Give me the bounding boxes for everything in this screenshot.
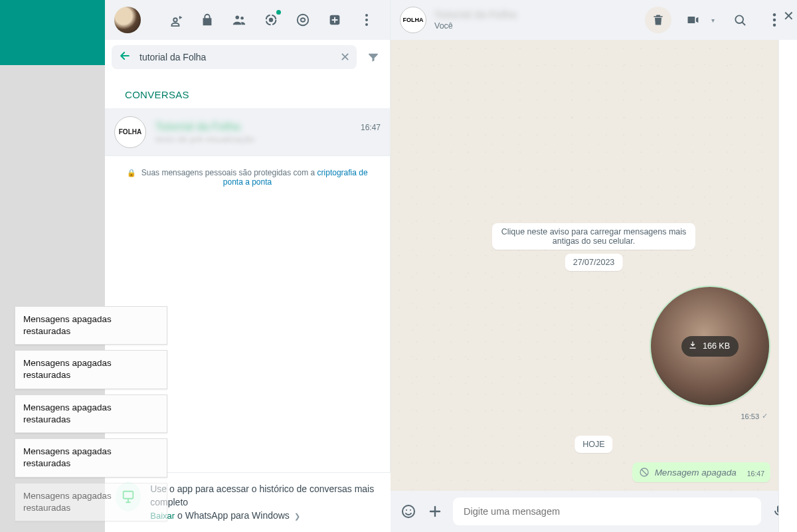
svg-point-13	[773, 24, 776, 27]
svg-point-7	[365, 19, 368, 21]
delete-icon[interactable]	[645, 7, 671, 33]
close-icon[interactable]: ✕	[783, 8, 794, 24]
toast-line1: Mensagens apagadas	[23, 358, 112, 368]
new-chat-icon[interactable]	[161, 6, 189, 34]
download-icon	[688, 341, 697, 352]
emoji-icon[interactable]	[400, 503, 417, 520]
filter-icon[interactable]	[363, 47, 383, 67]
back-arrow-icon[interactable]	[118, 49, 132, 65]
communities-icon[interactable]	[225, 6, 253, 34]
status-dot	[276, 10, 281, 15]
toast-deleted-restored[interactable]: Mensagens apagadas restauradas	[15, 438, 167, 477]
toast-line1: Mensagens apagadas	[23, 491, 112, 501]
toast-line2: restauradas	[23, 502, 159, 514]
chat-preview: texto de pré-visualização	[155, 134, 381, 144]
svg-point-12	[773, 19, 776, 21]
svg-point-1	[240, 17, 244, 20]
channels-icon[interactable]	[289, 6, 317, 34]
date-chip: 27/07/2023	[565, 254, 623, 271]
toast-line1: Mensagens apagadas	[23, 314, 112, 324]
toast-deleted-restored[interactable]: Mensagens apagadas restauradas	[15, 306, 167, 345]
single-check-icon: ✓	[762, 412, 768, 420]
message-composer	[391, 491, 797, 532]
media-download-bubble[interactable]: 166 KB	[650, 286, 770, 406]
toast-line1: Mensagens apagadas	[23, 402, 112, 412]
profile-avatar[interactable]	[114, 7, 141, 33]
date-chip-today: HOJE	[575, 436, 612, 453]
chat-list-item[interactable]: FOLHA Tutorial da Folha 16:47 texto de p…	[105, 108, 390, 156]
new-icon[interactable]	[321, 6, 349, 34]
svg-point-17	[410, 509, 411, 511]
chat-time: 16:47	[361, 123, 381, 132]
toast-line2: restauradas	[23, 369, 159, 381]
lock-icon[interactable]	[193, 6, 221, 34]
status-icon[interactable]	[257, 6, 285, 34]
chat-list-header	[105, 0, 390, 40]
conversation-header: FOLHA Tutorial da Folha Você ▾	[391, 0, 797, 40]
toast-line2: restauradas	[23, 325, 159, 337]
search-row: ✕	[105, 40, 390, 74]
chevron-down-icon[interactable]: ▾	[711, 17, 715, 24]
download-pill[interactable]: 166 KB	[681, 336, 739, 357]
toast-deleted-restored[interactable]: Mensagens apagadas restauradas	[15, 483, 167, 521]
encryption-text: Suas mensagens pessoais são protegidas c…	[141, 168, 317, 177]
svg-point-11	[773, 13, 776, 16]
load-older-notice[interactable]: Clique neste aviso para carregar mensage…	[492, 223, 695, 250]
svg-point-6	[365, 14, 368, 17]
banner-download-rest: o WhatsApp para Windows	[177, 510, 290, 521]
toast-line1: Mensagens apagadas	[23, 446, 112, 456]
toast-stack: Mensagens apagadas restauradas Mensagens…	[15, 306, 167, 521]
section-conversas: CONVERSAS	[105, 74, 390, 108]
ban-icon	[639, 467, 650, 478]
svg-point-8	[365, 23, 368, 26]
video-call-icon[interactable]	[679, 7, 706, 33]
message-input[interactable]	[453, 497, 761, 525]
clear-icon[interactable]: ✕	[340, 50, 350, 64]
conversation-panel: FOLHA Tutorial da Folha Você ▾ Clique ne…	[391, 0, 797, 532]
search-box[interactable]: ✕	[112, 45, 357, 69]
conversation-body[interactable]: Clique neste aviso para carregar mensage…	[391, 40, 797, 491]
toast-line2: restauradas	[23, 414, 159, 426]
search-icon[interactable]	[727, 7, 753, 33]
svg-point-0	[236, 16, 240, 19]
conversation-title: Tutorial da Folha	[434, 9, 517, 21]
media-size: 166 KB	[703, 341, 730, 351]
svg-point-16	[406, 509, 407, 511]
conversation-title-block[interactable]: Tutorial da Folha Você	[434, 9, 517, 31]
attach-icon[interactable]	[426, 503, 444, 520]
menu-icon[interactable]	[353, 6, 381, 34]
toast-line2: restauradas	[23, 458, 159, 470]
banner-text: Use o app para acessar o histórico de co…	[150, 482, 380, 509]
deleted-message-bubble: Mensagem apagada 16:47	[632, 462, 770, 482]
lock-mini-icon: 🔒	[127, 169, 136, 177]
chat-title: Tutorial da Folha	[155, 121, 240, 133]
svg-point-3	[269, 18, 273, 22]
search-input[interactable]	[139, 52, 332, 62]
toast-deleted-restored[interactable]: Mensagens apagadas restauradas	[15, 395, 167, 433]
toast-deleted-restored[interactable]: Mensagens apagadas restauradas	[15, 350, 167, 389]
conversation-subtitle: Você	[434, 21, 517, 31]
deleted-time: 16:47	[747, 470, 764, 478]
chevron-right-icon: ❯	[294, 512, 300, 520]
chat-avatar-folha: FOLHA	[114, 116, 146, 148]
media-timestamp: 16:53 ✓	[741, 412, 768, 420]
conversation-avatar[interactable]: FOLHA	[400, 7, 426, 33]
encryption-notice: 🔒 Suas mensagens pessoais são protegidas…	[105, 156, 390, 199]
right-drawer-sliver: ✕	[778, 40, 797, 532]
svg-point-15	[402, 505, 414, 517]
deleted-text: Mensagem apagada	[655, 468, 737, 478]
svg-point-4	[298, 15, 309, 26]
